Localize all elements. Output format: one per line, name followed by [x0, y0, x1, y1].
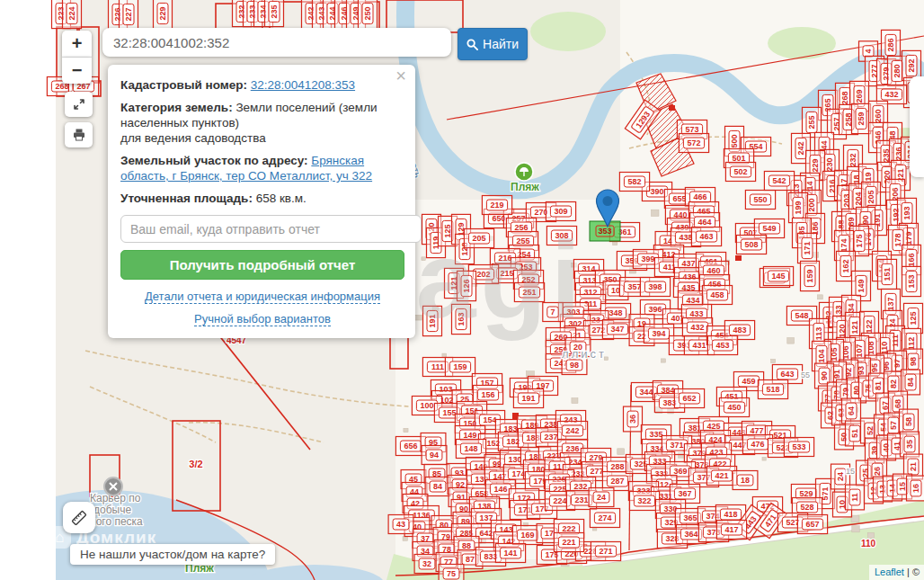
not-found-pill[interactable]: Не нашли участок/дом на карте? — [70, 544, 275, 565]
parcel-label[interactable]: 657 — [797, 515, 827, 534]
parcel-label[interactable]: 453 — [707, 336, 737, 355]
parcel-label[interactable]: 159 — [445, 358, 475, 377]
svg-text:242: 242 — [565, 426, 579, 435]
parcel-label[interactable]: 286 — [882, 30, 901, 59]
svg-text:260: 260 — [874, 109, 883, 122]
email-input[interactable] — [120, 215, 422, 243]
parcel-label[interactable]: 43 — [388, 515, 413, 534]
parcel-label[interactable]: 652 — [674, 389, 704, 408]
map-label: 3/2 — [189, 459, 202, 469]
parcel-label[interactable]: 518 — [758, 380, 787, 399]
svg-text:292: 292 — [907, 58, 916, 72]
search-icon — [466, 39, 478, 50]
measure-button[interactable] — [63, 502, 95, 533]
parcel-label[interactable]: 151 — [878, 259, 897, 289]
parcel-label[interactable]: 398 — [640, 278, 670, 297]
parcel-label[interactable]: 153 — [902, 266, 921, 296]
parcel-label[interactable]: 163 — [452, 304, 471, 334]
parcel-label[interactable]: 251 — [514, 283, 544, 302]
map-label: 55 — [801, 370, 810, 379]
parcel-label[interactable]: 16 — [907, 476, 924, 501]
parcel-label[interactable]: 24 — [589, 488, 614, 507]
svg-text:199: 199 — [794, 201, 803, 214]
highlighted-parcel[interactable]: 353 — [590, 221, 620, 241]
svg-text:274: 274 — [598, 513, 611, 522]
svg-text:68: 68 — [893, 399, 902, 408]
parcel-label[interactable]: 219 — [482, 196, 511, 215]
close-icon[interactable]: × — [395, 68, 406, 84]
parcel-label[interactable]: 141 — [495, 544, 525, 563]
parcel-label[interactable]: 417 — [716, 521, 746, 540]
parcel-label[interactable]: 227 — [120, 0, 138, 30]
parcel-label[interactable]: 271 — [591, 542, 620, 561]
map-label: добыче — [93, 504, 131, 516]
parcel-label[interactable]: 126 — [458, 271, 476, 300]
parcel-label[interactable]: 250 — [359, 0, 378, 29]
parcel-label[interactable]: 550 — [745, 191, 775, 210]
report-details-link[interactable]: Детали отчета и юридическая информация — [145, 290, 380, 304]
parcel-label[interactable]: 274 — [590, 509, 619, 528]
parcel-label[interactable]: 508 — [736, 236, 766, 254]
parcel-label[interactable]: 64 — [842, 398, 861, 424]
svg-text:237: 237 — [544, 433, 557, 442]
parcel-label[interactable]: 347 — [602, 320, 632, 339]
leaflet-link[interactable]: Leaflet — [875, 567, 904, 577]
svg-text:656: 656 — [404, 442, 417, 451]
cadastral-number-link[interactable]: 32:28:0041208:353 — [251, 78, 355, 92]
parcel-label[interactable]: 308 — [546, 227, 576, 245]
parcel-label[interactable]: 191 — [423, 306, 442, 335]
parcel-label[interactable]: 171 — [798, 233, 817, 263]
zoom-in-button[interactable]: + — [62, 31, 92, 58]
svg-text:269: 269 — [855, 89, 864, 103]
parcel-label[interactable]: 235 — [265, 0, 284, 27]
svg-text:573: 573 — [685, 125, 698, 134]
parcel-label[interactable]: 309 — [546, 202, 575, 221]
svg-text:216: 216 — [498, 254, 511, 263]
parcel-label[interactable]: 242 — [557, 422, 587, 441]
svg-text:84: 84 — [433, 482, 442, 491]
parcel-label[interactable]: 221 — [554, 533, 583, 552]
search-input[interactable] — [102, 28, 451, 57]
parcel-label[interactable]: 259 — [852, 103, 871, 133]
fullscreen-button[interactable] — [65, 92, 93, 117]
parcel-label[interactable]: 458 — [702, 286, 732, 305]
parcel-label[interactable]: 533 — [784, 438, 813, 457]
parcel-label[interactable]: 36 — [624, 406, 643, 432]
parcel-label[interactable]: 18 — [733, 471, 758, 490]
parcel-label[interactable]: 145 — [763, 267, 793, 286]
search-button[interactable]: Найти — [458, 28, 528, 60]
parcel-label[interactable]: 229 — [154, 0, 173, 29]
parcel-label[interactable]: 159 — [801, 261, 820, 290]
parcel-label[interactable]: 322 — [629, 492, 659, 511]
parcel-label[interactable]: 463 — [691, 228, 721, 246]
svg-text:398: 398 — [648, 282, 662, 291]
zoom-out-button[interactable]: − — [62, 58, 92, 84]
parcel-label[interactable]: 148 — [456, 440, 485, 459]
print-button[interactable] — [65, 122, 93, 147]
parcel-label[interactable]: 582 — [619, 173, 649, 192]
parcel-label[interactable]: 205 — [464, 229, 493, 248]
parcel-label[interactable]: 542 — [764, 172, 794, 191]
parcel-label[interactable]: 502 — [725, 163, 755, 182]
parcel-label[interactable]: 94 — [422, 446, 447, 465]
svg-text:4: 4 — [864, 49, 873, 53]
svg-text:95: 95 — [870, 363, 879, 372]
parcel-label[interactable]: 11 — [846, 485, 865, 510]
svg-text:191: 191 — [428, 314, 437, 327]
parcel-label[interactable]: 191 — [513, 389, 543, 408]
parcel-label[interactable]: 7 — [543, 303, 563, 322]
svg-text:146: 146 — [493, 485, 507, 494]
parcel-label[interactable]: 224 — [63, 0, 82, 29]
svg-text:51: 51 — [850, 429, 859, 438]
svg-text:175: 175 — [855, 234, 864, 247]
manual-select-link[interactable]: Ручной выбор вариантов — [194, 312, 331, 326]
svg-text:145: 145 — [771, 272, 785, 281]
parcel-label[interactable]: 75 — [439, 565, 464, 580]
parcel-label[interactable]: 58 — [900, 409, 919, 434]
parcel-label[interactable]: 35 — [901, 432, 920, 457]
parcel-label[interactable]: 450 — [719, 398, 749, 417]
svg-text:259: 259 — [857, 112, 866, 125]
get-report-button[interactable]: Получить подробный отчет — [120, 250, 404, 280]
parcel-label[interactable]: 84 — [425, 477, 450, 496]
parcel-label[interactable]: 572 — [679, 134, 708, 153]
